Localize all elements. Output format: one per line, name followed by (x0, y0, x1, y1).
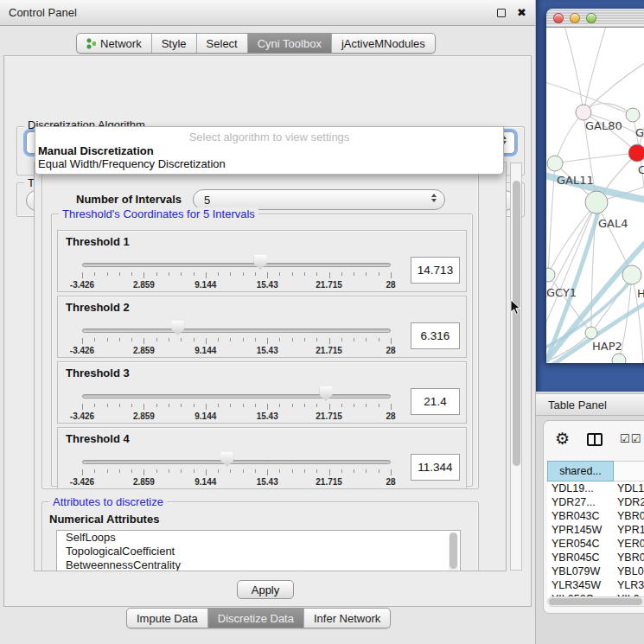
network-node-gal11[interactable] (547, 156, 563, 171)
tab-network[interactable]: Network (77, 34, 151, 53)
attribute-item-selfloops[interactable]: SelfLoops (57, 531, 460, 545)
minimize-window-icon[interactable] (570, 13, 580, 23)
slider-tick (341, 338, 342, 341)
threshold-slider-track[interactable] (82, 460, 391, 464)
tab-jactivemnodules[interactable]: jActiveMNodules (331, 34, 435, 53)
table-row[interactable]: YER054CYER0 (547, 537, 644, 551)
network-node-unlabeled[interactable] (612, 354, 626, 363)
tab-select[interactable]: Select (196, 34, 247, 53)
slider-tick-label: 2.859 (124, 411, 163, 421)
close-window-icon[interactable] (553, 13, 564, 23)
tab-style[interactable]: Style (151, 34, 196, 53)
threshold-slider-track[interactable] (82, 328, 391, 333)
interval-definition-group: Interval Definition Number of Intervals … (41, 168, 479, 489)
tab-label: Cyni Toolbox (258, 37, 322, 50)
slider-tick (131, 272, 132, 276)
table-row[interactable]: YPR145WYPR1 (547, 523, 644, 537)
table-row[interactable]: YLR345WYLR3 (547, 578, 644, 592)
slider-tick (218, 272, 219, 276)
slider-tick (255, 272, 256, 276)
tab-label: Network (100, 37, 142, 50)
column-header-shared[interactable]: shared... (547, 461, 614, 481)
slider-tick (230, 404, 231, 407)
network-node-ga[interactable] (626, 108, 640, 122)
table-row[interactable]: YDL19...YDL1 (547, 481, 644, 495)
gear-icon[interactable]: ⚙ (555, 429, 570, 449)
slider-tick-label: 9.144 (187, 477, 225, 487)
table-cell: YBL0 (614, 564, 644, 578)
thresholds-group-label: Threshold's Coordinates for 5 Intervals (59, 207, 258, 220)
scrollbar-thumb[interactable] (549, 598, 642, 605)
slider-tick (218, 469, 219, 473)
select-columns-icon[interactable]: ☑☑ (620, 432, 641, 445)
close-panel-icon[interactable]: ✖ (517, 9, 526, 17)
table-cell: YDL1 (614, 481, 644, 495)
slider-tick (169, 404, 169, 407)
slider-tick (131, 404, 132, 407)
network-node-h[interactable] (622, 265, 641, 284)
network-node-gal80[interactable] (576, 105, 591, 120)
threshold-slider-track[interactable] (82, 263, 391, 267)
table-row[interactable]: YBR043CYBR0 (547, 509, 644, 523)
table-horizontal-scrollbar[interactable] (547, 596, 644, 607)
table-cell: YDL19... (547, 481, 614, 495)
slider-tick (181, 338, 182, 341)
table-row[interactable]: YBL079WYBL0 (547, 564, 644, 578)
slider-tick (255, 404, 256, 407)
network-node-hap2[interactable] (585, 327, 597, 339)
desktop-area: GAL80GACGAL11GAL4GCY1HHAP2 Table Panel ⚙… (536, 0, 644, 644)
table-cell: YER0 (614, 537, 644, 551)
slider-tick (82, 404, 83, 410)
table-row[interactable]: YDR27...YDR2 (547, 495, 644, 509)
threshold-slider-thumb[interactable] (254, 255, 267, 270)
tab-infer-network[interactable]: Infer Network (303, 609, 390, 628)
number-of-intervals-value: 5 (204, 194, 210, 207)
tab-impute-data[interactable]: Impute Data (127, 609, 207, 628)
slider-tick-label: 2.859 (124, 280, 163, 290)
column-header-n[interactable]: n (614, 461, 644, 481)
slider-tick (107, 404, 108, 407)
threshold-slider-thumb[interactable] (171, 321, 184, 335)
network-node-gcy1[interactable] (546, 268, 555, 282)
table-row[interactable]: YBR045CYBR0 (547, 551, 644, 564)
slider-tick (119, 404, 120, 407)
slider-tick (243, 404, 244, 407)
threshold-value-field[interactable]: 21.4 (411, 388, 460, 415)
float-panel-icon[interactable] (497, 9, 506, 17)
main-vertical-scrollbar[interactable] (510, 163, 522, 571)
dropdown-option-manual-discretization[interactable]: Manual Discretization (35, 144, 503, 157)
table-panel-titlebar: Table Panel (536, 393, 644, 416)
slider-tick-label: 21.715 (310, 477, 348, 487)
attribute-list-scrollbar[interactable] (449, 532, 458, 571)
table-panel: ⚙ ☑☑ shared...n YDL19...YDL1YDR27...YDR2… (543, 420, 644, 614)
columns-icon[interactable] (587, 433, 603, 446)
tab-cyni-toolbox[interactable]: Cyni Toolbox (247, 34, 331, 53)
slider-tick (354, 404, 354, 407)
slider-tick (366, 469, 367, 473)
slider-tick (243, 272, 244, 276)
slider-tick (156, 469, 157, 473)
threshold-value-field[interactable]: 14.713 (411, 257, 460, 284)
table-cell: YER054C (547, 537, 614, 551)
scrollbar-thumb[interactable] (513, 181, 520, 466)
threshold-value-field[interactable]: 6.316 (411, 322, 460, 349)
network-canvas[interactable]: GAL80GACGAL11GAL4GCY1HHAP2 (546, 28, 644, 363)
threshold-label: Threshold 2 (66, 301, 130, 314)
tab-label: Impute Data (137, 612, 198, 625)
attribute-item-topologicalcoefficient[interactable]: TopologicalCoefficient (57, 545, 460, 558)
apply-button[interactable]: Apply (237, 580, 294, 599)
slider-tick-label: 21.715 (310, 411, 348, 421)
network-node-c[interactable] (628, 144, 644, 162)
zoom-window-icon[interactable] (586, 13, 596, 23)
threshold-value-field[interactable]: 11.344 (411, 454, 460, 481)
threshold-slider-thumb[interactable] (220, 452, 233, 467)
network-node-gal4[interactable] (585, 191, 608, 214)
threshold-slider-thumb[interactable] (320, 386, 333, 401)
table-cell: YBR0 (614, 509, 644, 523)
attribute-item-betweennesscentrality[interactable]: BetweennessCentrality (57, 558, 460, 571)
threshold-slider-track[interactable] (82, 394, 391, 399)
slider-tick-label: 15.43 (248, 477, 286, 487)
tab-discretize-data[interactable]: Discretize Data (207, 609, 303, 628)
scrollbar-thumb[interactable] (450, 532, 457, 569)
dropdown-option-equal-width-frequency[interactable]: Equal Width/Frequency Discretization (35, 157, 503, 170)
